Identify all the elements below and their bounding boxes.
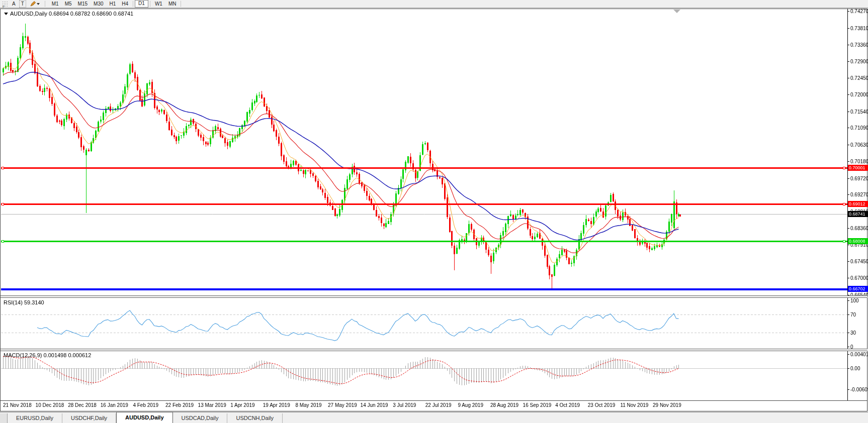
date-tick-label: 4 Feb 2019 [133,402,158,408]
date-tick-label: 9 Aug 2019 [458,402,483,408]
chart-title-text: AUDUSD,Daily 0.68694 0.68782 0.68690 0.6… [10,11,133,17]
date-tick-label: 22 Feb 2019 [165,402,194,408]
chart-shift-marker-icon[interactable] [673,10,680,13]
price-tick-label: 0.71090 [850,125,868,131]
price-tick-label: 0.68360 [850,226,868,231]
date-tick-label: 8 May 2019 [295,402,321,408]
price-tick-label: 0.72000 [850,92,868,97]
panel-separator-rsi-macd[interactable] [1,349,867,351]
rsi-tick-label: 30 [850,330,856,336]
date-tick-label: 21 Nov 2018 [3,402,32,408]
macd-tick-label: 0.004017 [850,352,868,357]
date-tick-label: 10 Dec 2018 [36,402,64,408]
chart-title: AUDUSD,Daily 0.68694 0.68782 0.68690 0.6… [4,11,133,17]
price-tick-label: 0.72900 [850,59,868,64]
date-tick-label: 13 Mar 2019 [198,402,226,408]
date-tick-label: 4 Oct 2019 [555,402,580,408]
date-tick-label: 27 May 2019 [328,402,357,408]
price-tick-label: 0.69720 [850,176,868,181]
price-tick-label: 0.73360 [850,42,868,48]
date-tick-label: 19 Apr 2019 [263,402,290,408]
date-tick-label: 11 Nov 2019 [620,402,648,408]
price-tick-label: 0.70180 [850,159,868,164]
rsi-tick-label: 100 [850,298,859,303]
panel-separator-main-rsi[interactable] [1,295,867,298]
date-tick-label: 29 Nov 2019 [653,402,681,408]
price-tick-label: 0.69270 [850,192,868,197]
price-tick-label: 0.73810 [850,26,868,31]
date-tick-label: 28 Dec 2018 [68,402,97,408]
hline-price-tag[interactable]: 0.70001 [848,165,868,171]
price-tick-label: 0.71540 [850,109,868,115]
rsi-tick-label: 70 [850,312,856,318]
price-tick-label: 0.74270 [850,9,868,14]
price-tick-label: 0.67000 [850,275,868,281]
date-tick-label: 22 Jul 2019 [425,402,452,408]
date-tick-label: 16 Sep 2019 [523,402,552,408]
hline-price-tag[interactable]: 0.66702 [848,286,868,292]
price-tick-label: 0.70630 [850,142,868,148]
macd-tick-label: 0.00 [850,366,860,371]
date-tick-label: 3 Jul 2019 [393,402,416,408]
date-tick-label: 1 Apr 2019 [230,402,254,408]
macd-indicator-label: MACD(12,26,9) 0.001498 0.000612 [4,352,91,358]
symbol-dropdown-icon[interactable] [4,13,8,15]
rsi-indicator-label: RSI(14) 59.3140 [4,299,44,305]
candlestick-chart-canvas [0,0,868,423]
hline-price-tag[interactable]: 0.69012 [848,201,868,207]
price-tick-label: 0.67450 [850,259,868,264]
price-tick-label: 0.72450 [850,75,868,81]
date-tick-label: 23 Oct 2019 [588,402,615,408]
date-tick-label: 28 Aug 2019 [490,402,518,408]
panel-separator-macd-dates [1,400,867,401]
hline-price-tag[interactable]: 0.68008 [848,238,868,244]
macd-tick-label: -0.00609 [850,387,868,392]
date-tick-label: 16 Jan 2019 [101,402,128,408]
date-tick-label: 14 Jun 2019 [361,402,388,408]
current-price-tag: 0.68741 [848,211,868,217]
